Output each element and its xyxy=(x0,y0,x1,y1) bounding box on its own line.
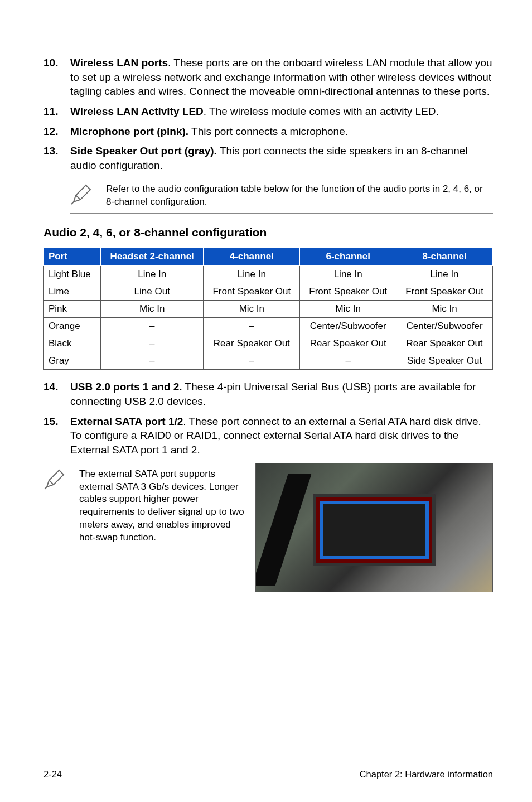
cell: Pink xyxy=(44,301,101,318)
lower-note-and-photo: The external SATA port supports external… xyxy=(43,463,493,592)
cell: Center/Subwoofer xyxy=(396,318,493,335)
list-item: 10. Wireless LAN ports. These ports are … xyxy=(43,56,493,99)
list-item: 14. USB 2.0 ports 1 and 2. These 4-pin U… xyxy=(43,380,493,408)
svg-marker-3 xyxy=(47,470,64,487)
cell: Center/Subwoofer xyxy=(300,318,396,335)
list-rest: . The wireless module comes with an acti… xyxy=(204,105,439,117)
cell: Rear Speaker Out xyxy=(204,335,300,352)
page-footer: 2-24 Chapter 2: Hardware information xyxy=(43,758,493,780)
numbered-list-bottom: 14. USB 2.0 ports 1 and 2. These 4-pin U… xyxy=(43,380,493,457)
cell: Light Blue xyxy=(44,266,101,283)
note-text-1: Refer to the audio configuration table b… xyxy=(106,183,493,209)
note-block-1: Refer to the audio configuration table b… xyxy=(70,178,493,214)
cell: Side Speaker Out xyxy=(396,352,493,370)
th-2ch: Headset 2-channel xyxy=(101,248,204,266)
table-body: Light Blue Line In Line In Line In Line … xyxy=(44,266,493,370)
cell: Front Speaker Out xyxy=(204,283,300,301)
cell: – xyxy=(300,352,396,370)
section-heading: Audio 2, 4, 6, or 8-channel configuratio… xyxy=(43,226,493,239)
list-body: Side Speaker Out port (gray). This port … xyxy=(70,144,493,172)
list-bold: USB 2.0 ports 1 and 2. xyxy=(70,381,182,393)
svg-marker-0 xyxy=(74,185,90,202)
footer-page-number: 2-24 xyxy=(43,769,62,780)
list-item: 11. Wireless LAN Activity LED. The wirel… xyxy=(43,104,493,119)
svg-line-5 xyxy=(45,487,47,489)
list-item: 12. Microphone port (pink). This port co… xyxy=(43,124,493,139)
list-bold: Wireless LAN ports xyxy=(70,57,168,69)
cell: – xyxy=(101,318,204,335)
cell: – xyxy=(101,335,204,352)
cell: Mic In xyxy=(101,301,204,318)
list-bold: Side Speaker Out port (gray). xyxy=(70,145,217,157)
list-bold: Microphone port (pink). xyxy=(70,125,188,137)
table-row: Pink Mic In Mic In Mic In Mic In xyxy=(44,301,493,318)
cell: Orange xyxy=(44,318,101,335)
note-text-2: The external SATA port supports external… xyxy=(79,468,244,545)
motherboard-io-photo xyxy=(255,463,493,592)
cell: Line In xyxy=(300,266,396,283)
th-6ch: 6-channel xyxy=(300,248,396,266)
pencil-icon xyxy=(43,468,79,490)
cell: – xyxy=(204,318,300,335)
cell: Line In xyxy=(396,266,493,283)
cell: Line Out xyxy=(101,283,204,301)
svg-line-2 xyxy=(71,202,74,204)
cell: Front Speaker Out xyxy=(300,283,396,301)
cell: Mic In xyxy=(300,301,396,318)
cell: Mic In xyxy=(204,301,300,318)
note-block-2: The external SATA port supports external… xyxy=(43,463,244,550)
list-bold: Wireless LAN Activity LED xyxy=(70,105,204,117)
footer-chapter-title: Chapter 2: Hardware information xyxy=(360,769,493,780)
cell: Line In xyxy=(101,266,204,283)
table-header-row: Port Headset 2-channel 4-channel 6-chann… xyxy=(44,248,493,266)
cell: Front Speaker Out xyxy=(396,283,493,301)
cell: Line In xyxy=(204,266,300,283)
list-num: 10. xyxy=(43,56,70,99)
list-body: USB 2.0 ports 1 and 2. These 4-pin Unive… xyxy=(70,380,493,408)
th-port: Port xyxy=(44,248,101,266)
numbered-list-top: 10. Wireless LAN ports. These ports are … xyxy=(43,56,493,172)
list-rest: This port connects a microphone. xyxy=(188,125,348,137)
cell: Gray xyxy=(44,352,101,370)
list-body: Wireless LAN Activity LED. The wireless … xyxy=(70,104,493,119)
lower-note-column: The external SATA port supports external… xyxy=(43,463,244,550)
list-num: 13. xyxy=(43,144,70,172)
list-num: 12. xyxy=(43,124,70,139)
audio-config-table: Port Headset 2-channel 4-channel 6-chann… xyxy=(43,247,493,370)
list-body: Microphone port (pink). This port connec… xyxy=(70,124,493,139)
table-row: Light Blue Line In Line In Line In Line … xyxy=(44,266,493,283)
cell: Rear Speaker Out xyxy=(300,335,396,352)
list-num: 11. xyxy=(43,104,70,119)
page-content: 10. Wireless LAN ports. These ports are … xyxy=(43,56,493,758)
table-row: Black – Rear Speaker Out Rear Speaker Ou… xyxy=(44,335,493,352)
list-bold: External SATA port 1/2 xyxy=(70,416,183,427)
cell: – xyxy=(204,352,300,370)
cell: – xyxy=(101,352,204,370)
list-item: 13. Side Speaker Out port (gray). This p… xyxy=(43,144,493,172)
cell: Black xyxy=(44,335,101,352)
list-num: 14. xyxy=(43,380,70,408)
cell: Mic In xyxy=(396,301,493,318)
pencil-icon xyxy=(70,183,106,205)
cell: Lime xyxy=(44,283,101,301)
table-row: Orange – – Center/Subwoofer Center/Subwo… xyxy=(44,318,493,335)
th-8ch: 8-channel xyxy=(396,248,493,266)
list-body: External SATA port 1/2. These port conne… xyxy=(70,414,493,457)
list-num: 15. xyxy=(43,414,70,457)
list-item: 15. External SATA port 1/2. These port c… xyxy=(43,414,493,457)
svg-line-4 xyxy=(49,480,54,485)
svg-line-1 xyxy=(76,195,80,200)
th-4ch: 4-channel xyxy=(204,248,300,266)
table-row: Gray – – – Side Speaker Out xyxy=(44,352,493,370)
cell: Rear Speaker Out xyxy=(396,335,493,352)
list-body: Wireless LAN ports. These ports are on t… xyxy=(70,56,493,99)
table-row: Lime Line Out Front Speaker Out Front Sp… xyxy=(44,283,493,301)
